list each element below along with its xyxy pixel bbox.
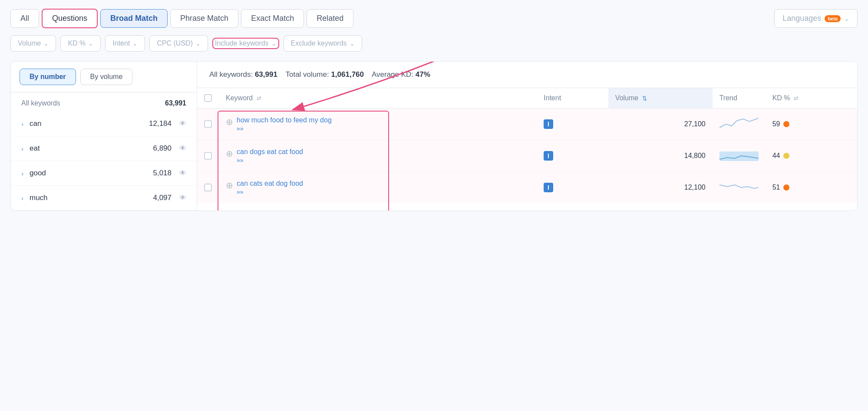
- kd-value: 44: [772, 152, 780, 160]
- add-keyword-icon[interactable]: ⊕: [226, 180, 233, 191]
- keyword-link[interactable]: ⊕ can cats eat dog food »»: [226, 180, 530, 195]
- keyword-arrow-links[interactable]: »»: [237, 157, 303, 164]
- table-row: ⊕ can cats eat dog food »» I 1: [197, 172, 857, 204]
- keyword-arrow-links[interactable]: »»: [237, 188, 303, 195]
- volume-cell: 12,100: [608, 172, 713, 204]
- sidebar-header: All keywords 63,991: [11, 92, 197, 112]
- eye-icon[interactable]: 👁: [179, 194, 186, 202]
- kd-filter[interactable]: KD % ⌄: [60, 35, 101, 52]
- filter-row: Volume ⌄ KD % ⌄ Intent ⌄ CPC (USD) ⌄ Inc…: [10, 35, 858, 52]
- table-row: ⊕ can dogs eat cat food »» I 1: [197, 140, 857, 172]
- tab-related[interactable]: Related: [307, 9, 353, 28]
- kd-cell: 44: [766, 140, 857, 172]
- volume-filter[interactable]: Volume ⌄: [10, 35, 56, 52]
- intent-cell: I: [537, 140, 608, 172]
- th-trend: Trend: [713, 88, 766, 109]
- sidebar-item-can[interactable]: › can 12,184 👁: [11, 112, 197, 136]
- languages-label: Languages: [782, 14, 821, 23]
- summary-kd-label: Average KD:: [372, 70, 413, 79]
- sidebar: By number By volume All keywords 63,991 …: [10, 61, 197, 211]
- chevron-right-icon: ›: [21, 194, 23, 202]
- row-checkbox[interactable]: [204, 120, 212, 128]
- summary-bar: All keywords: 63,991 Total volume: 1,061…: [197, 62, 857, 88]
- intent-cell: I: [537, 172, 608, 204]
- intent-cell: I: [537, 109, 608, 140]
- sidebar-all-keywords-label: All keywords: [21, 99, 60, 107]
- tab-broad[interactable]: Broad Match: [100, 9, 168, 28]
- summary-volume-label: Total volume:: [285, 70, 329, 79]
- keyword-cell: ⊕ how much food to feed my dog »»: [219, 109, 537, 140]
- eye-icon[interactable]: 👁: [179, 169, 186, 177]
- add-keyword-icon[interactable]: ⊕: [226, 148, 233, 159]
- content-area: All keywords: 63,991 Total volume: 1,061…: [197, 61, 858, 211]
- row-checkbox-cell: [197, 109, 219, 140]
- table-header-row: Keyword ⇄ Intent Volume ⇅ Tren: [197, 88, 857, 109]
- intent-filter[interactable]: Intent ⌄: [105, 35, 145, 52]
- tab-phrase[interactable]: Phrase Match: [170, 9, 238, 28]
- summary-count: 63,991: [255, 70, 277, 79]
- keyword-cell: ⊕ can cats eat dog food »»: [219, 172, 537, 204]
- sidebar-item-much[interactable]: › much 4,097 👁: [11, 186, 197, 210]
- sparkline-chart: [719, 179, 759, 194]
- kd-value: 51: [772, 184, 780, 191]
- languages-button[interactable]: Languages beta ⌄: [774, 9, 858, 28]
- sidebar-total-count: 63,991: [165, 99, 186, 107]
- cpc-filter[interactable]: CPC (USD) ⌄: [149, 35, 208, 52]
- row-checkbox[interactable]: [204, 152, 212, 160]
- summary-volume: 1,061,760: [331, 70, 364, 79]
- th-kd[interactable]: KD % ⇄: [766, 88, 857, 109]
- intent-badge: I: [544, 183, 553, 192]
- tab-questions[interactable]: Questions: [42, 9, 98, 28]
- trend-cell: [713, 172, 766, 204]
- th-checkbox: [197, 88, 219, 109]
- by-volume-btn[interactable]: By volume: [80, 69, 133, 85]
- row-checkbox-cell: [197, 172, 219, 204]
- kd-value: 59: [772, 120, 780, 128]
- beta-badge: beta: [825, 15, 841, 22]
- summary-kd: 47%: [416, 70, 430, 79]
- intent-badge: I: [544, 119, 553, 129]
- include-keywords-filter[interactable]: Include keywords ⌄: [212, 38, 279, 49]
- keyword-link[interactable]: ⊕ can dogs eat cat food »»: [226, 148, 530, 164]
- tab-exact[interactable]: Exact Match: [241, 9, 304, 28]
- select-all-checkbox[interactable]: [204, 94, 212, 102]
- row-checkbox-cell: [197, 140, 219, 172]
- add-keyword-icon[interactable]: ⊕: [226, 117, 233, 127]
- chevron-down-icon: ⌄: [43, 40, 49, 47]
- kd-cell: 59: [766, 109, 857, 140]
- th-intent: Intent: [537, 88, 608, 109]
- chevron-down-icon: ⌄: [88, 40, 93, 47]
- sidebar-item-label: can: [30, 119, 145, 128]
- keyword-link[interactable]: ⊕ how much food to feed my dog »»: [226, 116, 530, 132]
- tab-all[interactable]: All: [10, 9, 39, 28]
- sidebar-item-count: 4,097: [153, 194, 172, 202]
- sort-kd-icon: ⇄: [794, 95, 799, 102]
- keyword-name: can cats eat dog food: [237, 180, 303, 187]
- sidebar-item-label: eat: [30, 144, 149, 153]
- chevron-down-icon: ⌄: [195, 40, 201, 47]
- sidebar-toggle: By number By volume: [11, 62, 197, 92]
- kd-indicator: [783, 153, 789, 159]
- row-checkbox[interactable]: [204, 184, 212, 191]
- keyword-name: can dogs eat cat food: [237, 148, 303, 156]
- sidebar-item-eat[interactable]: › eat 6,890 👁: [11, 136, 197, 161]
- trend-cell: [713, 109, 766, 140]
- eye-icon[interactable]: 👁: [179, 145, 186, 152]
- exclude-keywords-filter[interactable]: Exclude keywords ⌄: [284, 35, 362, 52]
- sidebar-item-count: 5,018: [153, 169, 172, 178]
- by-number-btn[interactable]: By number: [20, 69, 76, 85]
- chevron-down-icon: ⌄: [844, 15, 849, 22]
- table-container: Keyword ⇄ Intent Volume ⇅ Tren: [197, 88, 857, 203]
- eye-icon[interactable]: 👁: [179, 120, 186, 128]
- kd-indicator: [783, 121, 789, 127]
- volume-cell: 14,800: [608, 140, 713, 172]
- main-layout: By number By volume All keywords 63,991 …: [10, 61, 858, 211]
- sidebar-item-good[interactable]: › good 5,018 👁: [11, 161, 197, 186]
- tab-row: All Questions Broad Match Phrase Match E…: [10, 9, 858, 28]
- th-keyword[interactable]: Keyword ⇄: [219, 88, 537, 109]
- summary-all-label: All keywords:: [209, 70, 253, 79]
- volume-cell: 27,100: [608, 109, 713, 140]
- keyword-arrow-links[interactable]: »»: [237, 125, 332, 132]
- th-volume[interactable]: Volume ⇅: [608, 88, 713, 109]
- keyword-name: how much food to feed my dog: [237, 116, 332, 124]
